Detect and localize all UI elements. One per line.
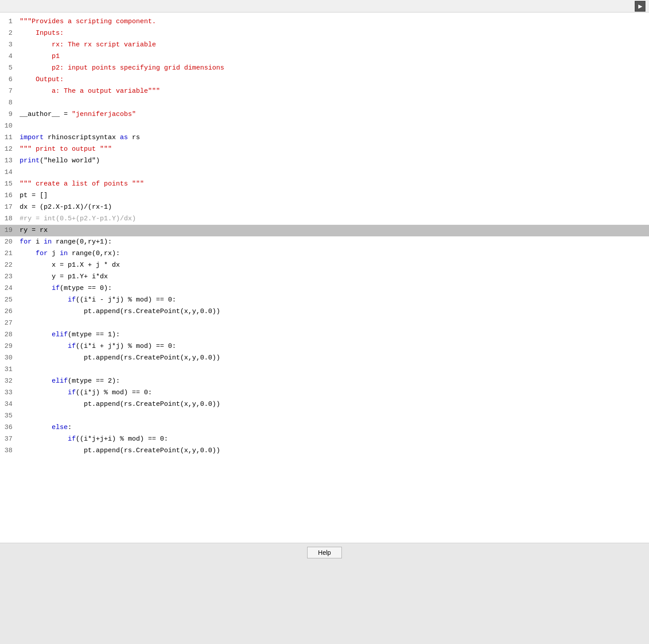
line-content: if(mtype == 0): xyxy=(20,283,112,294)
bottom-bar: Help xyxy=(0,543,649,562)
line-content: x = p1.X + j * dx xyxy=(20,260,120,271)
line-content: """ create a list of points """ xyxy=(20,178,144,190)
line-number: 12 xyxy=(0,144,12,155)
line-number: 11 xyxy=(0,132,12,144)
code-line: 12""" print to output """ xyxy=(0,144,649,155)
line-content: pt.append(rs.CreatePoint(x,y,0.0)) xyxy=(20,306,220,318)
code-line: 38 pt.append(rs.CreatePoint(x,y,0.0)) xyxy=(0,445,649,457)
line-number: 26 xyxy=(0,306,12,318)
line-content: if((i*j) % mod) == 0: xyxy=(20,387,152,399)
line-content: if((i*i - j*j) % mod) == 0: xyxy=(20,294,176,306)
code-line: 32 elif(mtype == 2): xyxy=(0,376,649,387)
line-content: else: xyxy=(20,422,72,433)
code-line: 33 if((i*j) % mod) == 0: xyxy=(0,387,649,399)
help-button[interactable]: Help xyxy=(307,547,342,558)
code-line: 22 x = p1.X + j * dx xyxy=(0,260,649,271)
line-content xyxy=(20,364,24,376)
code-line: 8 xyxy=(0,97,649,109)
line-number: 25 xyxy=(0,294,12,306)
line-content: elif(mtype == 2): xyxy=(20,376,120,387)
line-number: 21 xyxy=(0,248,12,260)
code-line: 10 xyxy=(0,120,649,132)
line-content: a: The a output variable""" xyxy=(20,86,160,97)
code-line: 30 pt.append(rs.CreatePoint(x,y,0.0)) xyxy=(0,352,649,364)
code-line: 21 for j in range(0,rx): xyxy=(0,248,649,260)
line-number: 32 xyxy=(0,376,12,387)
code-line: 23 y = p1.Y+ i*dx xyxy=(0,271,649,283)
line-number: 17 xyxy=(0,202,12,213)
line-content: import rhinoscriptsyntax as rs xyxy=(20,132,140,144)
line-number: 5 xyxy=(0,62,12,74)
line-number: 30 xyxy=(0,352,12,364)
code-line: 25 if((i*i - j*j) % mod) == 0: xyxy=(0,294,649,306)
line-content: p2: input points specifying grid dimensi… xyxy=(20,62,224,74)
line-content: ry = rx xyxy=(20,225,48,236)
code-line: 31 xyxy=(0,364,649,376)
code-line: 34 pt.append(rs.CreatePoint(x,y,0.0)) xyxy=(0,399,649,410)
line-content: print("hello world") xyxy=(20,155,100,167)
line-content: elif(mtype == 1): xyxy=(20,329,120,341)
code-line: 6 Output: xyxy=(0,74,649,86)
line-number: 31 xyxy=(0,364,12,376)
line-content xyxy=(20,167,24,178)
line-content: p1 xyxy=(20,51,60,62)
code-line: 4 p1 xyxy=(0,51,649,62)
code-line: 5 p2: input points specifying grid dimen… xyxy=(0,62,649,74)
code-line: 24 if(mtype == 0): xyxy=(0,283,649,294)
line-content xyxy=(20,410,24,422)
line-content: y = p1.Y+ i*dx xyxy=(20,271,108,283)
code-line: 19ry = rx xyxy=(0,225,649,236)
line-number: 35 xyxy=(0,410,12,422)
toolbar: ▶ xyxy=(0,0,649,12)
code-line: 26 pt.append(rs.CreatePoint(x,y,0.0)) xyxy=(0,306,649,318)
code-line: 37 if((i*j+j+i) % mod) == 0: xyxy=(0,433,649,445)
line-content: pt = [] xyxy=(20,190,48,202)
code-line: 9__author__ = "jenniferjacobs" xyxy=(0,109,649,120)
line-content: pt.append(rs.CreatePoint(x,y,0.0)) xyxy=(20,445,220,457)
line-number: 20 xyxy=(0,236,12,248)
line-number: 6 xyxy=(0,74,12,86)
line-content: """Provides a scripting component. xyxy=(20,16,156,28)
line-content: #ry = int(0.5+(p2.Y-p1.Y)/dx) xyxy=(20,213,136,225)
line-content: Inputs: xyxy=(20,28,64,39)
line-number: 28 xyxy=(0,329,12,341)
line-number: 22 xyxy=(0,260,12,271)
line-number: 4 xyxy=(0,51,12,62)
code-line: 29 if((i*i + j*j) % mod) == 0: xyxy=(0,341,649,352)
code-line: 27 xyxy=(0,318,649,329)
line-content: rx: The rx script variable xyxy=(20,39,156,51)
code-line: 2 Inputs: xyxy=(0,28,649,39)
code-line: 20for i in range(0,ry+1): xyxy=(0,236,649,248)
line-number: 2 xyxy=(0,28,12,39)
line-number: 14 xyxy=(0,167,12,178)
code-area[interactable]: 1"""Provides a scripting component.2 Inp… xyxy=(0,12,649,543)
code-line: 17dx = (p2.X-p1.X)/(rx-1) xyxy=(0,202,649,213)
code-line: 16pt = [] xyxy=(0,190,649,202)
code-line: 36 else: xyxy=(0,422,649,433)
line-content xyxy=(20,97,24,109)
line-content xyxy=(20,120,24,132)
line-number: 34 xyxy=(0,399,12,410)
editor-container: ▶ 1"""Provides a scripting component.2 I… xyxy=(0,0,649,644)
code-line: 1"""Provides a scripting component. xyxy=(0,16,649,28)
code-line: 3 rx: The rx script variable xyxy=(0,39,649,51)
line-number: 33 xyxy=(0,387,12,399)
footer-space xyxy=(0,562,649,644)
line-number: 29 xyxy=(0,341,12,352)
line-content: pt.append(rs.CreatePoint(x,y,0.0)) xyxy=(20,399,220,410)
line-number: 37 xyxy=(0,433,12,445)
code-line: 7 a: The a output variable""" xyxy=(0,86,649,97)
line-number: 16 xyxy=(0,190,12,202)
line-number: 7 xyxy=(0,86,12,97)
line-content: dx = (p2.X-p1.X)/(rx-1) xyxy=(20,202,112,213)
run-button[interactable]: ▶ xyxy=(635,1,645,12)
line-number: 13 xyxy=(0,155,12,167)
code-line: 18#ry = int(0.5+(p2.Y-p1.Y)/dx) xyxy=(0,213,649,225)
line-number: 8 xyxy=(0,97,12,109)
code-line: 35 xyxy=(0,410,649,422)
line-content: if((i*i + j*j) % mod) == 0: xyxy=(20,341,176,352)
line-content: """ print to output """ xyxy=(20,144,112,155)
line-number: 38 xyxy=(0,445,12,457)
line-content: pt.append(rs.CreatePoint(x,y,0.0)) xyxy=(20,352,220,364)
line-number: 9 xyxy=(0,109,12,120)
